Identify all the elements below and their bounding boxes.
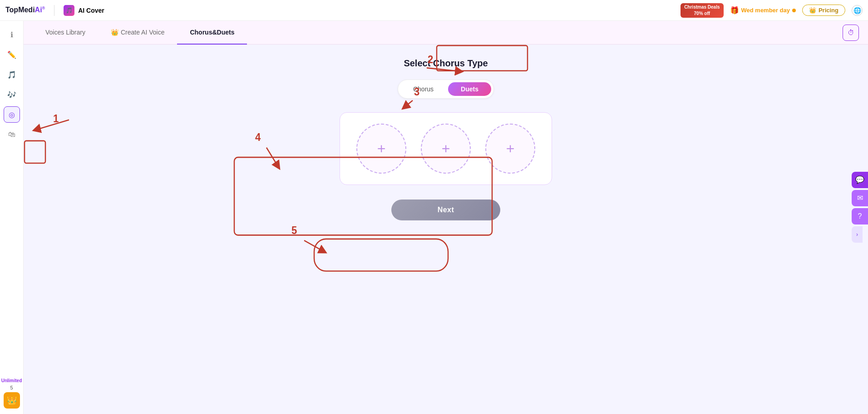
type-selector-inner: Chorus Duets: [398, 80, 494, 99]
tab-voices-library[interactable]: Voices Library: [33, 21, 98, 45]
xmas-line1: Christmas Deals: [684, 4, 720, 10]
voice-slot-2[interactable]: +: [421, 124, 471, 174]
sidebar-item-library[interactable]: 🎵: [4, 66, 20, 83]
chorus-type-btn[interactable]: Chorus: [400, 82, 446, 96]
language-button[interactable]: 🌐: [852, 5, 863, 16]
svg-line-9: [304, 240, 323, 251]
svg-text:5: 5: [291, 224, 297, 237]
sub-nav-right: ⏱: [843, 25, 859, 41]
history-icon: ⏱: [848, 29, 854, 36]
sidebar: ℹ ✏️ 🎵 🎶 ◎ 🛍 Unlimited 5 👑: [0, 21, 24, 414]
chat-icon: 💬: [855, 175, 864, 184]
store-icon: 🛍: [8, 130, 15, 139]
unlimited-label: Unlimited: [1, 378, 22, 383]
section-title: Select Chorus Type: [42, 58, 850, 69]
add-icon-3: +: [506, 140, 515, 157]
duets-type-btn[interactable]: Duets: [448, 82, 491, 96]
type-selector: Chorus Duets: [42, 80, 850, 99]
content-area: Voices Library 👑 Create AI Voice Chorus&…: [24, 21, 868, 414]
edit-icon: ✏️: [7, 50, 16, 59]
logo-text: TopMediAi®: [5, 6, 45, 14]
usage-count: 5: [10, 385, 13, 390]
tab-chorus-duets[interactable]: Chorus&Duets: [177, 21, 247, 45]
message-icon: ✉: [857, 194, 863, 202]
history-button[interactable]: ⏱: [843, 25, 859, 41]
header: TopMediAi® 🎵 AI Cover Christmas Deals 70…: [0, 0, 868, 21]
xmas-banner[interactable]: Christmas Deals 70% off: [681, 3, 723, 18]
voices-library-label: Voices Library: [45, 29, 85, 36]
crown-button[interactable]: 👑: [4, 392, 20, 409]
float-expand-button[interactable]: ›: [852, 226, 863, 243]
add-icon-2: +: [442, 140, 450, 157]
sidebar-item-edit[interactable]: ✏️: [4, 46, 20, 63]
annotations-overlay: 1 2 3 4 5: [24, 45, 868, 414]
sub-nav: Voices Library 👑 Create AI Voice Chorus&…: [24, 21, 868, 45]
help-float-button[interactable]: ?: [852, 208, 868, 224]
sidebar-item-cover[interactable]: ◎: [4, 106, 20, 123]
header-right: Christmas Deals 70% off 🎁 Wed member day…: [681, 3, 863, 18]
chorus-label: Chorus: [413, 85, 434, 93]
dot-indicator: [792, 9, 796, 12]
main-layout: ℹ ✏️ 🎵 🎶 ◎ 🛍 Unlimited 5 👑 Voices Librar…: [0, 21, 868, 414]
crown-icon: 👑: [809, 7, 816, 14]
wed-member-label: Wed member day: [741, 7, 790, 14]
wed-member-day[interactable]: 🎁 Wed member day: [730, 6, 796, 15]
pricing-button[interactable]: 👑 Pricing: [802, 5, 845, 16]
voice-slot-1[interactable]: +: [356, 124, 406, 174]
product-icon: 🎵: [64, 5, 74, 16]
logo-registered: ®: [42, 6, 45, 10]
logo: TopMediAi® 🎵 AI Cover: [5, 5, 104, 16]
svg-line-5: [405, 100, 413, 107]
message-float-button[interactable]: ✉: [852, 190, 868, 206]
info-icon: ℹ: [10, 30, 13, 39]
gift-icon: 🎁: [730, 6, 739, 15]
create-voice-label: Create AI Voice: [121, 29, 165, 36]
help-icon: ?: [858, 212, 862, 220]
sidebar-item-music[interactable]: 🎶: [4, 86, 20, 103]
voice-slots: + + +: [340, 112, 552, 185]
voice-slots-container: + + +: [42, 112, 850, 185]
duets-label: Duets: [461, 85, 478, 93]
voice-slot-3[interactable]: +: [485, 124, 535, 174]
next-label: Next: [438, 206, 454, 214]
cover-icon: ◎: [9, 110, 15, 119]
right-float-panel: 💬 ✉ ? ›: [852, 172, 868, 243]
chevron-right-icon: ›: [856, 231, 858, 238]
next-button[interactable]: Next: [391, 200, 500, 220]
add-icon-1: +: [377, 140, 386, 157]
svg-rect-13: [314, 239, 448, 271]
music-icon: 🎶: [7, 90, 16, 99]
logo-divider: [54, 5, 54, 16]
sidebar-item-store[interactable]: 🛍: [4, 126, 20, 143]
sidebar-item-info[interactable]: ℹ: [4, 26, 20, 43]
library-icon: 🎵: [7, 70, 16, 79]
xmas-line2: 70% off: [684, 10, 720, 17]
crown-tab-icon: 👑: [111, 29, 118, 36]
chorus-duets-label: Chorus&Duets: [190, 29, 234, 36]
tab-create-voice[interactable]: 👑 Create AI Voice: [98, 21, 178, 45]
page-content: Select Chorus Type Chorus Duets +: [24, 45, 868, 414]
product-name: AI Cover: [78, 7, 104, 14]
pricing-label: Pricing: [819, 7, 838, 14]
next-btn-container: Next: [42, 200, 850, 220]
sidebar-bottom: Unlimited 5 👑: [1, 378, 22, 414]
product-label: 🎵 AI Cover: [64, 5, 104, 16]
chat-float-button[interactable]: 💬: [852, 172, 868, 188]
